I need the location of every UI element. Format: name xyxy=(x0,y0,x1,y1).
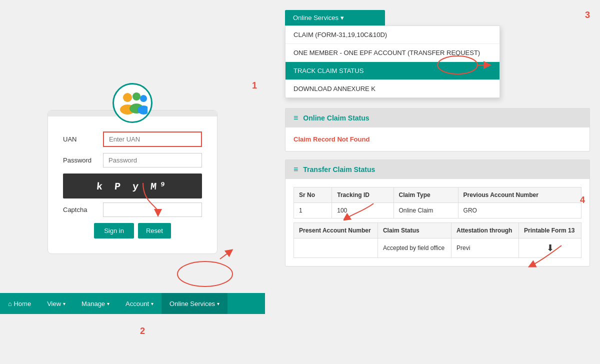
dropdown-container: Online Services ▾ CLAIM (FORM-31,19,10C&… xyxy=(285,10,590,98)
not-found-text: Claim Record Not Found xyxy=(294,136,370,143)
svg-point-0 xyxy=(123,93,132,102)
password-label: Password xyxy=(63,156,103,164)
col-claim-type: Claim Type xyxy=(394,188,458,203)
col-attestation: Attestation through xyxy=(452,223,519,238)
password-input[interactable] xyxy=(103,153,202,168)
uan-input[interactable] xyxy=(103,132,202,147)
svg-point-7 xyxy=(438,56,478,74)
account-dropdown-icon: ▾ xyxy=(151,301,154,306)
uan-group: UAN xyxy=(63,132,202,147)
cell-sr-no: 1 xyxy=(294,203,332,218)
transfer-claim-table: Sr No Tracking ID Claim Type Previous Ac… xyxy=(294,187,582,218)
cell-attestation: Previ xyxy=(452,238,519,258)
right-panel: 3 Online Services ▾ CLAIM (FORM-31,19,10… xyxy=(285,10,590,274)
section-icon-claim: ≡ xyxy=(294,114,298,122)
annotation-1: 1 xyxy=(252,80,257,91)
transfer-claim-status-header: ≡ Transfer Claim Status xyxy=(286,160,590,179)
transfer-claim-status-body: Sr No Tracking ID Claim Type Previous Ac… xyxy=(286,179,590,266)
annotation-4: 4 xyxy=(580,195,585,206)
svg-point-1 xyxy=(132,92,140,100)
online-services-dropdown-icon: ▾ xyxy=(217,301,220,306)
signin-button[interactable]: Sign in xyxy=(94,223,134,238)
online-claim-status-body: Claim Record Not Found xyxy=(286,128,590,151)
cell-prev-account: GRO xyxy=(458,203,581,218)
left-panel: 1 UAN Password k P y M⁹ Capt xyxy=(0,0,265,364)
online-claim-status-card: ≡ Online Claim Status Claim Record Not F… xyxy=(285,108,590,152)
dropdown-item-annexure[interactable]: DOWNLOAD ANNEXURE K xyxy=(286,80,500,98)
manage-dropdown-icon: ▾ xyxy=(107,301,110,306)
col-tracking-id: Tracking ID xyxy=(332,188,394,203)
button-group: Sign in Reset xyxy=(63,223,202,238)
nav-home[interactable]: ⌂ Home xyxy=(0,293,39,314)
password-group: Password xyxy=(63,153,202,168)
cell-claim-status: Accepted by field office xyxy=(378,238,451,258)
online-services-dropdown-header[interactable]: Online Services ▾ xyxy=(285,10,385,26)
arrow-tracking-id-svg xyxy=(344,201,394,226)
col-prev-account: Previous Account Number xyxy=(458,188,581,203)
uan-label: UAN xyxy=(63,136,103,143)
arrow-2-svg xyxy=(128,178,168,218)
nav-manage[interactable]: Manage ▾ xyxy=(74,293,118,314)
captcha-label: Captcha xyxy=(63,206,103,214)
annotation-2: 2 xyxy=(140,326,145,336)
dropdown-item-claim[interactable]: CLAIM (FORM-31,19,10C&10D) xyxy=(286,26,500,44)
avatar-icon xyxy=(118,90,148,116)
reset-button[interactable]: Reset xyxy=(138,223,171,238)
col-sr-no: Sr No xyxy=(294,188,332,203)
col-printable-form: Printable Form 13 xyxy=(519,223,582,238)
table-row: 1 100 Online Claim GRO xyxy=(294,203,582,218)
transfer-claim-status-card: ≡ Transfer Claim Status Sr No Tracking I… xyxy=(285,160,590,266)
svg-point-6 xyxy=(178,262,232,286)
avatar xyxy=(112,83,152,123)
svg-point-2 xyxy=(140,95,147,102)
avatar-container xyxy=(112,83,152,123)
cell-present-account xyxy=(294,238,378,258)
nav-view[interactable]: View ▾ xyxy=(39,293,74,314)
cell-claim-type: Online Claim xyxy=(394,203,458,218)
arrow-track-claim-svg xyxy=(435,50,495,80)
login-box: 1 UAN Password k P y M⁹ Capt xyxy=(48,110,218,254)
section-icon-transfer: ≡ xyxy=(294,165,298,174)
arrow-online-services-svg xyxy=(175,249,235,299)
arrow-download-svg xyxy=(516,243,576,273)
nav-account[interactable]: Account ▾ xyxy=(118,293,162,314)
login-wrapper: 1 UAN Password k P y M⁹ Capt xyxy=(48,65,218,254)
online-claim-status-header: ≡ Online Claim Status xyxy=(286,108,590,128)
view-dropdown-icon: ▾ xyxy=(63,301,66,306)
